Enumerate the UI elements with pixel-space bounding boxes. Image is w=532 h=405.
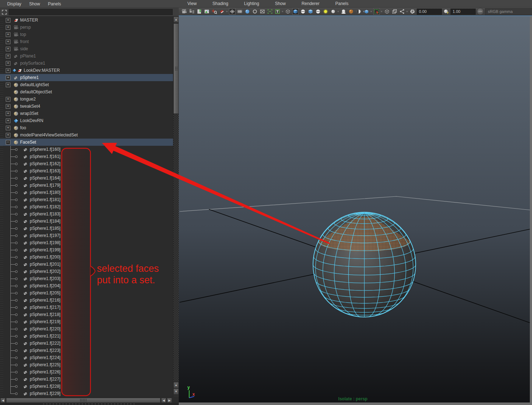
camera-icon[interactable] — [181, 8, 187, 15]
lights-default-icon[interactable] — [330, 8, 336, 15]
scroll-up-icon[interactable]: ▲ — [173, 17, 179, 23]
tree-row[interactable]: pSphere1.f[224] — [0, 354, 173, 361]
expand-toggle-icon[interactable]: + — [6, 118, 10, 123]
tree-row[interactable]: pSphere1.f[201] — [0, 261, 173, 268]
outliner-search-input[interactable] — [9, 9, 173, 15]
tree-row[interactable]: pSphere1.f[200] — [0, 253, 173, 261]
wireframe-icon[interactable] — [285, 8, 291, 15]
outliner-horizontal-scrollbar[interactable]: ◀ ◀ ▶ — [0, 397, 173, 403]
smooth-shade-icon[interactable] — [292, 8, 299, 15]
expand-toggle-icon[interactable]: + — [6, 75, 10, 80]
safe-area-icon[interactable] — [252, 8, 258, 15]
expand-toggle-icon[interactable]: + — [6, 54, 10, 59]
tree-row[interactable]: pSphere1.f[197] — [0, 232, 173, 239]
expand-toggle-icon[interactable]: + — [6, 104, 10, 109]
tree-row[interactable]: pSphere1.f[221] — [0, 332, 173, 340]
tree-row[interactable]: pSphere1.f[229] — [0, 390, 173, 397]
expand-toggle-icon[interactable]: + — [6, 133, 10, 138]
gamma-icon[interactable] — [443, 8, 449, 15]
viewport-menu-shading[interactable]: Shading — [209, 0, 232, 7]
tree-row[interactable]: pSphere1.f[182] — [0, 203, 173, 210]
wireframe-on-shaded-icon[interactable] — [300, 8, 306, 15]
isolate-select-icon[interactable] — [373, 8, 380, 15]
tree-row[interactable]: +front — [0, 38, 173, 45]
layers-icon[interactable] — [391, 8, 398, 15]
no-gate-icon[interactable] — [259, 8, 266, 15]
gate-mask-icon[interactable] — [267, 8, 273, 15]
half-lit-icon[interactable] — [355, 8, 362, 15]
viewport-menu-renderer[interactable]: Renderer — [298, 0, 323, 7]
color-management-toggle[interactable]: OFF — [477, 8, 484, 15]
bookmarks-icon[interactable] — [196, 8, 202, 15]
scroll-up2-icon[interactable]: ▲ — [173, 382, 179, 388]
outliner-menu-show[interactable]: Show — [25, 1, 43, 7]
tree-row[interactable]: pSphere1.f[180] — [0, 189, 173, 196]
viewport-menu-panels[interactable]: Panels — [332, 0, 352, 7]
tree-row[interactable]: pSphere1.f[216] — [0, 297, 173, 304]
psphere-object[interactable] — [313, 212, 416, 317]
scene-canvas[interactable]: Isolate : persp y x — [179, 16, 532, 402]
viewport-menu-lighting[interactable]: Lighting — [241, 0, 263, 7]
expand-toggle-icon[interactable]: + — [6, 18, 10, 23]
tree-row[interactable]: pSphere1.f[179] — [0, 182, 173, 189]
tree-row[interactable]: pSphere1.f[198] — [0, 239, 173, 246]
tree-row[interactable]: +persp — [0, 24, 173, 31]
expand-toggle-icon[interactable]: + — [6, 83, 10, 87]
tree-row[interactable]: pSphere1.f[199] — [0, 246, 173, 253]
panel-grip-icon[interactable] — [1, 9, 8, 15]
tree-row[interactable]: +pPlane1 — [0, 52, 173, 60]
tree-row[interactable]: pSphere1.f[183] — [0, 210, 173, 218]
tree-row[interactable]: pSphere1.f[218] — [0, 311, 173, 318]
expand-toggle-icon[interactable]: + — [6, 25, 10, 30]
scroll-left2-icon[interactable]: ◀ — [161, 398, 166, 403]
tree-row[interactable]: pSphere1.f[205] — [0, 289, 173, 297]
vertical-scroll-track[interactable] — [173, 114, 179, 381]
tree-row[interactable]: +MASTER — [0, 17, 173, 24]
exposure-field[interactable]: 0.00 — [417, 9, 442, 15]
tree-row[interactable]: defaultObjectSet — [0, 88, 173, 96]
tree-row[interactable]: +LookDev:MASTER — [0, 67, 173, 74]
tree-row[interactable]: pSphere1.f[225] — [0, 361, 173, 368]
tree-row[interactable]: pSphere1.f[185] — [0, 225, 173, 232]
tree-row[interactable]: pSphere1.f[164] — [0, 174, 173, 182]
tree-row[interactable]: pSphere1.f[184] — [0, 218, 173, 225]
textured-icon[interactable] — [307, 8, 314, 15]
tree-row[interactable]: pSphere1.f[161] — [0, 153, 173, 160]
tree-row[interactable]: pSphere1.f[217] — [0, 304, 173, 311]
outliner-menu-panels[interactable]: Panels — [44, 1, 65, 7]
tree-row[interactable]: pSphere1.f[223] — [0, 347, 173, 354]
viewport-menu-show[interactable]: Show — [271, 0, 289, 7]
tree-row[interactable]: +polySurface1 — [0, 60, 173, 67]
image-plane-icon[interactable] — [204, 8, 210, 15]
tree-row[interactable]: +LookDevRN — [0, 117, 173, 124]
film-gate-icon[interactable] — [237, 8, 243, 15]
tree-row[interactable]: pSphere1.f[227] — [0, 376, 173, 383]
tree-row[interactable]: +top — [0, 31, 173, 38]
tree-row[interactable]: +pSphere1 — [0, 74, 173, 81]
tree-row[interactable]: −FaceSet — [0, 139, 173, 146]
exposure-icon[interactable] — [409, 8, 416, 15]
tree-row[interactable]: pSphere1.f[228] — [0, 383, 173, 390]
expand-toggle-icon[interactable]: + — [6, 47, 10, 51]
tree-row[interactable]: pSphere1.f[222] — [0, 340, 173, 347]
tree-row[interactable]: +tweakSet4 — [0, 103, 173, 110]
paint-eraser-icon[interactable] — [219, 8, 225, 15]
tree-row[interactable]: pSphere1.f[181] — [0, 196, 173, 203]
expand-toggle-icon[interactable]: + — [6, 126, 10, 130]
tree-row[interactable]: pSphere1.f[160] — [0, 146, 173, 153]
scroll-right-icon[interactable]: ▶ — [167, 398, 172, 403]
tree-row[interactable]: pSphere1.f[202] — [0, 268, 173, 275]
tree-row[interactable]: +modelPanel4ViewSelectedSet — [0, 131, 173, 139]
use-default-material-icon[interactable] — [315, 8, 321, 15]
outliner-menu-display[interactable]: Display — [4, 1, 25, 7]
pan-zoom-icon[interactable] — [211, 8, 218, 15]
grid-icon[interactable] — [229, 8, 235, 15]
tree-row[interactable]: pSphere1.f[219] — [0, 318, 173, 325]
expand-toggle-icon[interactable]: + — [6, 32, 10, 37]
tree-row[interactable]: +foo — [0, 124, 173, 131]
viewport-menu-view[interactable]: View — [184, 0, 200, 7]
expand-toggle-icon[interactable]: − — [6, 140, 10, 145]
motion-blur-icon[interactable] — [363, 8, 369, 15]
expand-toggle-icon[interactable]: + — [6, 39, 10, 44]
resolution-gate-icon[interactable] — [244, 8, 251, 15]
